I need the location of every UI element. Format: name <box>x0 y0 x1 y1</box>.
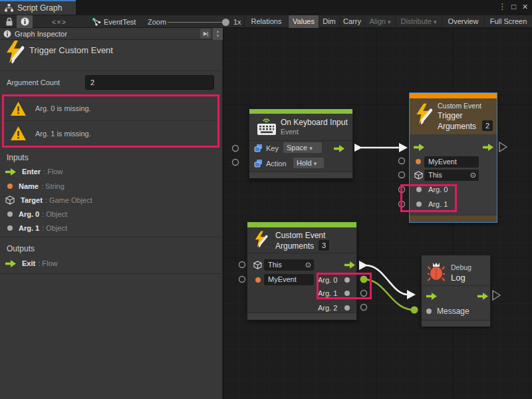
dock-icon[interactable]: ▶] <box>200 29 211 39</box>
keyboard-icon <box>255 116 278 136</box>
info-icon <box>3 30 11 38</box>
arguments-count-badge: 3 <box>319 240 329 251</box>
code-icon: <×> <box>52 18 66 26</box>
target-field[interactable]: This ⊙ <box>264 259 314 271</box>
dim-label: Dim <box>323 17 336 25</box>
arg2-output-port[interactable] <box>344 305 350 311</box>
action-dropdown[interactable]: Hold ▾ <box>293 158 324 168</box>
object-port-icon <box>7 225 13 231</box>
overview-button[interactable]: Overview <box>442 15 484 28</box>
flow-connection-customevent-to-debug[interactable] <box>359 261 416 299</box>
arg0-port[interactable] <box>416 187 422 192</box>
custom-event-node[interactable]: Custom Event Arguments 3 This ⊙ MyEvent … <box>247 221 357 320</box>
info-icon <box>21 17 29 26</box>
align-label: Align <box>369 17 385 25</box>
cube-icon <box>414 171 423 180</box>
lock-button[interactable] <box>3 15 16 28</box>
align-dropdown[interactable]: Align ▾ <box>364 15 395 28</box>
name-port[interactable] <box>416 159 421 164</box>
window-close-icon[interactable]: × <box>519 1 531 12</box>
chevron-down-icon: ▾ <box>434 19 437 25</box>
zoom-slider-knob[interactable] <box>222 19 229 26</box>
tab-script-graph[interactable]: Script Graph <box>0 0 76 15</box>
flow-input-port[interactable] <box>414 144 424 151</box>
message-label: Message <box>437 307 469 316</box>
dim-button[interactable]: Dim <box>319 15 339 28</box>
port-type: : Flow <box>38 259 57 267</box>
node-footer <box>410 215 497 222</box>
message-port[interactable] <box>426 309 432 314</box>
zoom-slider-track[interactable] <box>168 22 226 23</box>
outer-port[interactable] <box>233 146 239 152</box>
relations-button[interactable]: Relations <box>244 15 288 28</box>
object-picker-icon[interactable]: ⊙ <box>305 259 311 271</box>
distribute-label: Distribute <box>400 17 431 25</box>
on-keyboard-input-node[interactable]: On Keyboard Input Event Key Space ▾ Acti… <box>249 108 353 178</box>
overview-label: Overview <box>448 17 479 25</box>
inspector-toggle-button[interactable] <box>17 15 33 28</box>
flow-output-port[interactable] <box>334 145 344 152</box>
flow-output-port[interactable] <box>477 293 488 300</box>
arg0-output-port[interactable] <box>344 277 350 283</box>
distribute-dropdown[interactable]: Distribute ▾ <box>395 15 442 28</box>
outer-port[interactable] <box>239 262 245 268</box>
outer-flow-port[interactable] <box>493 291 500 300</box>
outer-port[interactable] <box>239 277 245 283</box>
graph-canvas[interactable]: On Keyboard Input Event Key Space ▾ Acti… <box>223 28 532 399</box>
flow-output-port[interactable] <box>483 144 493 151</box>
window-maximize-icon[interactable]: □ <box>508 2 519 11</box>
unit-title: Trigger Custom Event <box>29 45 113 55</box>
node-title: Trigger <box>438 111 463 120</box>
node-arguments-label: Arguments <box>438 122 476 131</box>
bug-icon <box>428 261 445 281</box>
key-dropdown[interactable]: Space ▾ <box>283 142 322 153</box>
flow-connection-keyboard-to-trigger[interactable] <box>354 143 408 152</box>
outer-port[interactable] <box>399 158 405 164</box>
port-type: : Game Object <box>45 196 92 204</box>
window-controls: ⋮ □ × <box>497 0 531 13</box>
event-name-field[interactable]: MyEvent <box>424 156 479 168</box>
argument-count-input[interactable]: 2 <box>85 75 214 90</box>
key-value: Space <box>287 144 307 152</box>
unity-script-graph-window: Script Graph ⋮ □ × <×> <box>0 0 532 399</box>
window-menu-icon[interactable]: ⋮ <box>497 2 508 11</box>
flow-input-port[interactable] <box>426 293 437 300</box>
full-screen-label: Full Screen <box>490 17 527 25</box>
name-port[interactable] <box>255 277 261 283</box>
warning-text: Arg. 0 is missing. <box>35 104 91 112</box>
arguments-count-badge: 2 <box>482 120 493 131</box>
port-type: : Flow <box>43 168 63 176</box>
node-arguments-label: Arguments <box>275 241 314 251</box>
trigger-custom-event-node[interactable]: Custom Event Trigger Arguments 2 MyEvent… <box>409 92 497 223</box>
arg1-output-port[interactable] <box>344 291 350 296</box>
selected-node-strip <box>410 93 497 98</box>
outer-flow-port[interactable] <box>499 142 507 152</box>
warning-text: Arg. 1 is missing. <box>35 130 91 138</box>
node-footer <box>249 172 352 178</box>
outer-port[interactable] <box>399 172 405 178</box>
event-name-field[interactable]: MyEvent <box>264 274 314 285</box>
target-field[interactable]: This ⊙ <box>424 170 479 181</box>
outer-port[interactable] <box>233 160 239 166</box>
full-screen-button[interactable]: Full Screen <box>484 15 532 28</box>
flow-output-port[interactable] <box>344 261 355 269</box>
values-button[interactable]: Values <box>288 15 319 28</box>
outputs-section-label: Outputs <box>7 244 35 253</box>
outer-port[interactable] <box>361 305 367 311</box>
inputs-section-label: Inputs <box>7 153 29 162</box>
arg1-port[interactable] <box>416 201 422 207</box>
outer-port[interactable] <box>399 201 405 207</box>
object-picker-icon[interactable]: ⊙ <box>470 170 476 181</box>
port-row-target: Target : Game Object <box>5 195 92 205</box>
scroll-spinner[interactable]: ▲ ▼ <box>213 28 223 40</box>
view-source-button[interactable]: <×> <box>48 15 70 28</box>
debug-log-node[interactable]: Debug Log Message <box>421 255 491 326</box>
keycode-icon <box>254 144 263 152</box>
carry-button[interactable]: Carry <box>339 15 364 28</box>
warning-row: Arg. 0 is missing. <box>4 96 217 121</box>
value-connection-arg0-to-message[interactable] <box>360 276 418 314</box>
outer-port[interactable] <box>399 187 405 193</box>
tab-bar: Script Graph ⋮ □ × <box>0 0 532 15</box>
node-subtitle: Event <box>281 128 299 136</box>
outer-port[interactable] <box>361 291 367 297</box>
